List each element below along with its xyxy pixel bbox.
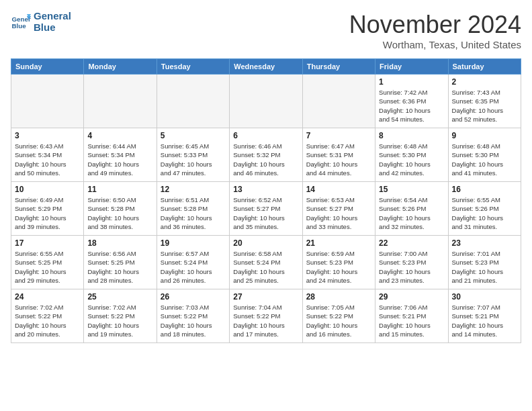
calendar-cell: 1Sunrise: 7:42 AMSunset: 6:36 PMDaylight… [375, 75, 448, 128]
calendar-cell [84, 75, 157, 128]
weekday-header-sunday: Sunday [11, 59, 84, 75]
day-number: 21 [306, 238, 371, 248]
calendar-cell: 7Sunrise: 6:47 AMSunset: 5:31 PMDaylight… [302, 128, 375, 182]
day-number: 20 [233, 238, 298, 248]
day-detail: Sunrise: 7:06 AMSunset: 5:21 PMDaylight:… [379, 303, 444, 338]
calendar-cell [230, 75, 302, 128]
calendar-cell: 19Sunrise: 6:57 AMSunset: 5:24 PMDayligh… [157, 236, 229, 289]
day-detail: Sunrise: 6:54 AMSunset: 5:26 PMDaylight:… [379, 195, 444, 231]
weekday-header-thursday: Thursday [302, 59, 375, 75]
day-detail: Sunrise: 6:48 AMSunset: 5:30 PMDaylight:… [452, 142, 517, 177]
day-detail: Sunrise: 6:52 AMSunset: 5:27 PMDaylight:… [233, 195, 298, 231]
calendar-cell: 5Sunrise: 6:45 AMSunset: 5:33 PMDaylight… [157, 128, 229, 182]
day-number: 1 [379, 77, 444, 87]
calendar-cell: 21Sunrise: 6:59 AMSunset: 5:23 PMDayligh… [302, 236, 375, 289]
day-number: 10 [15, 185, 80, 194]
day-number: 29 [379, 292, 444, 302]
day-number: 26 [161, 292, 226, 302]
page-header: General Blue General Blue November 2024 … [11, 11, 521, 50]
day-detail: Sunrise: 7:02 AMSunset: 5:22 PMDaylight:… [15, 303, 80, 338]
day-detail: Sunrise: 6:51 AMSunset: 5:28 PMDaylight:… [161, 195, 226, 231]
day-number: 28 [306, 292, 371, 302]
calendar-cell: 11Sunrise: 6:50 AMSunset: 5:28 PMDayligh… [84, 182, 157, 236]
day-detail: Sunrise: 6:53 AMSunset: 5:27 PMDaylight:… [306, 195, 371, 231]
calendar-cell: 3Sunrise: 6:43 AMSunset: 5:34 PMDaylight… [11, 128, 84, 182]
day-detail: Sunrise: 6:44 AMSunset: 5:34 PMDaylight:… [87, 142, 152, 177]
calendar-cell: 6Sunrise: 6:46 AMSunset: 5:32 PMDaylight… [230, 128, 302, 182]
day-detail: Sunrise: 7:43 AMSunset: 6:35 PMDaylight:… [452, 88, 517, 124]
calendar-cell: 27Sunrise: 7:04 AMSunset: 5:22 PMDayligh… [230, 289, 302, 343]
day-detail: Sunrise: 6:58 AMSunset: 5:24 PMDaylight:… [233, 249, 298, 285]
day-number: 4 [87, 131, 152, 140]
week-row-4: 24Sunrise: 7:02 AMSunset: 5:22 PMDayligh… [11, 289, 521, 343]
day-detail: Sunrise: 7:07 AMSunset: 5:21 PMDaylight:… [452, 303, 517, 338]
week-row-3: 17Sunrise: 6:55 AMSunset: 5:25 PMDayligh… [11, 236, 521, 289]
day-detail: Sunrise: 6:50 AMSunset: 5:28 PMDaylight:… [87, 195, 152, 231]
day-number: 18 [87, 238, 152, 248]
weekday-header-tuesday: Tuesday [157, 59, 229, 75]
day-number: 15 [379, 185, 444, 194]
day-detail: Sunrise: 6:55 AMSunset: 5:26 PMDaylight:… [452, 195, 517, 231]
day-number: 8 [379, 131, 444, 140]
day-number: 23 [452, 238, 517, 248]
calendar-cell: 13Sunrise: 6:52 AMSunset: 5:27 PMDayligh… [230, 182, 302, 236]
day-number: 24 [15, 292, 80, 302]
day-detail: Sunrise: 6:57 AMSunset: 5:24 PMDaylight:… [161, 249, 226, 285]
day-detail: Sunrise: 6:48 AMSunset: 5:30 PMDaylight:… [379, 142, 444, 177]
day-number: 2 [452, 77, 517, 87]
calendar-cell [302, 75, 375, 128]
day-detail: Sunrise: 7:42 AMSunset: 6:36 PMDaylight:… [379, 88, 444, 124]
day-detail: Sunrise: 6:49 AMSunset: 5:29 PMDaylight:… [15, 195, 80, 231]
calendar-body: 1Sunrise: 7:42 AMSunset: 6:36 PMDaylight… [11, 75, 521, 343]
day-detail: Sunrise: 6:59 AMSunset: 5:23 PMDaylight:… [306, 249, 371, 285]
weekday-header-friday: Friday [375, 59, 448, 75]
calendar-cell: 15Sunrise: 6:54 AMSunset: 5:26 PMDayligh… [375, 182, 448, 236]
calendar-cell: 9Sunrise: 6:48 AMSunset: 5:30 PMDaylight… [448, 128, 521, 182]
day-detail: Sunrise: 7:04 AMSunset: 5:22 PMDaylight:… [233, 303, 298, 338]
day-number: 14 [306, 185, 371, 194]
calendar-cell [11, 75, 84, 128]
calendar-cell: 30Sunrise: 7:07 AMSunset: 5:21 PMDayligh… [448, 289, 521, 343]
location-title: Wortham, Texas, United States [349, 39, 521, 50]
month-title: November 2024 [349, 11, 521, 39]
day-number: 11 [87, 185, 152, 194]
day-detail: Sunrise: 6:43 AMSunset: 5:34 PMDaylight:… [15, 142, 80, 177]
week-row-2: 10Sunrise: 6:49 AMSunset: 5:29 PMDayligh… [11, 182, 521, 236]
calendar-cell: 24Sunrise: 7:02 AMSunset: 5:22 PMDayligh… [11, 289, 84, 343]
day-detail: Sunrise: 7:01 AMSunset: 5:23 PMDaylight:… [452, 249, 517, 285]
calendar-cell: 10Sunrise: 6:49 AMSunset: 5:29 PMDayligh… [11, 182, 84, 236]
day-number: 30 [452, 292, 517, 302]
calendar-cell: 23Sunrise: 7:01 AMSunset: 5:23 PMDayligh… [448, 236, 521, 289]
day-number: 16 [452, 185, 517, 194]
day-detail: Sunrise: 6:46 AMSunset: 5:32 PMDaylight:… [233, 142, 298, 177]
day-number: 7 [306, 131, 371, 140]
calendar-cell: 17Sunrise: 6:55 AMSunset: 5:25 PMDayligh… [11, 236, 84, 289]
calendar-cell: 4Sunrise: 6:44 AMSunset: 5:34 PMDaylight… [84, 128, 157, 182]
calendar-cell: 25Sunrise: 7:02 AMSunset: 5:22 PMDayligh… [84, 289, 157, 343]
weekday-header-monday: Monday [84, 59, 157, 75]
title-area: November 2024 Wortham, Texas, United Sta… [349, 11, 521, 50]
calendar-cell: 26Sunrise: 7:03 AMSunset: 5:22 PMDayligh… [157, 289, 229, 343]
calendar-cell: 29Sunrise: 7:06 AMSunset: 5:21 PMDayligh… [375, 289, 448, 343]
day-detail: Sunrise: 6:47 AMSunset: 5:31 PMDaylight:… [306, 142, 371, 177]
calendar-cell: 2Sunrise: 7:43 AMSunset: 6:35 PMDaylight… [448, 75, 521, 128]
calendar-cell: 22Sunrise: 7:00 AMSunset: 5:23 PMDayligh… [375, 236, 448, 289]
week-row-1: 3Sunrise: 6:43 AMSunset: 5:34 PMDaylight… [11, 128, 521, 182]
day-detail: Sunrise: 7:00 AMSunset: 5:23 PMDaylight:… [379, 249, 444, 285]
day-number: 13 [233, 185, 298, 194]
calendar-cell: 12Sunrise: 6:51 AMSunset: 5:28 PMDayligh… [157, 182, 229, 236]
svg-text:Blue: Blue [12, 22, 27, 30]
day-number: 22 [379, 238, 444, 248]
day-number: 3 [15, 131, 80, 140]
day-number: 9 [452, 131, 517, 140]
day-detail: Sunrise: 6:56 AMSunset: 5:25 PMDaylight:… [87, 249, 152, 285]
weekday-header-row: SundayMondayTuesdayWednesdayThursdayFrid… [11, 59, 521, 75]
day-number: 25 [87, 292, 152, 302]
day-detail: Sunrise: 6:45 AMSunset: 5:33 PMDaylight:… [161, 142, 226, 177]
calendar-cell: 18Sunrise: 6:56 AMSunset: 5:25 PMDayligh… [84, 236, 157, 289]
day-number: 5 [161, 131, 226, 140]
calendar-table: SundayMondayTuesdayWednesdayThursdayFrid… [11, 58, 521, 343]
day-number: 19 [161, 238, 226, 248]
logo-icon: General Blue [11, 12, 31, 32]
weekday-header-saturday: Saturday [448, 59, 521, 75]
